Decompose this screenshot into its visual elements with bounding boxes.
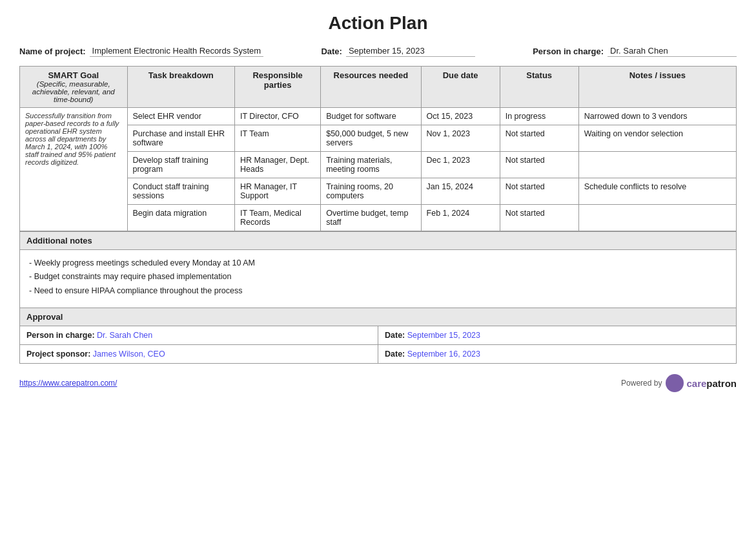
status-cell: In progress — [500, 108, 578, 125]
person-value: Dr. Sarah Chen — [608, 45, 737, 57]
approval-row: Project sponsor: James Wilson, CEODate: … — [19, 345, 737, 364]
carepatron-brand: carepatron — [686, 378, 737, 389]
approval-date-cell: Date: September 15, 2023 — [378, 326, 736, 344]
status-cell: Not started — [500, 205, 578, 231]
approval-person-cell: Person in charge: Dr. Sarah Chen — [20, 326, 378, 344]
header-resources-needed: Resources needed — [321, 67, 421, 108]
powered-by: Powered by carepatron — [621, 374, 737, 392]
approval-date-label: Date: — [385, 350, 405, 359]
task-cell: Conduct staff training sessions — [127, 178, 235, 205]
approval-person-value: James Wilson, CEO — [93, 350, 165, 359]
approval-date-value: September 15, 2023 — [407, 331, 480, 340]
header-task-breakdown: Task breakdown — [127, 67, 235, 108]
resources-cell: Overtime budget, temp staff — [321, 205, 421, 231]
project-value: Implement Electronic Health Records Syst… — [90, 45, 264, 57]
task-cell: Begin data migration — [127, 205, 235, 231]
brand-prefix: care — [686, 378, 706, 389]
notes-cell: Narrowed down to 3 vendors — [578, 108, 736, 125]
table-row: Begin data migrationIT Team, Medical Rec… — [20, 205, 737, 231]
task-cell: Purchase and install EHR software — [127, 125, 235, 152]
status-cell: Not started — [500, 178, 578, 205]
carepatron-icon — [666, 374, 684, 392]
header-notes-issues: Notes / issues — [578, 67, 736, 108]
additional-notes-header: Additional notes — [19, 231, 737, 250]
meta-row: Name of project: Implement Electronic He… — [19, 45, 737, 57]
responsible-cell: HR Manager, IT Support — [235, 178, 321, 205]
header-responsible-parties: Responsible parties — [235, 67, 321, 108]
responsible-cell: IT Team, Medical Records — [235, 205, 321, 231]
approval-person-label: Project sponsor: — [26, 350, 90, 359]
powered-by-text: Powered by — [621, 379, 662, 388]
approval-section: Person in charge: Dr. Sarah ChenDate: Se… — [19, 326, 737, 364]
carepatron-link[interactable]: https://www.carepatron.com/ — [19, 379, 117, 388]
notes-cell: Schedule conflicts to resolve — [578, 178, 736, 205]
footer: https://www.carepatron.com/ Powered by c… — [19, 374, 737, 392]
date-value: September 15, 2023 — [346, 45, 475, 57]
resources-cell: Training rooms, 20 computers — [321, 178, 421, 205]
responsible-cell: IT Director, CFO — [235, 108, 321, 125]
task-cell: Develop staff training program — [127, 152, 235, 178]
carepatron-logo: carepatron — [666, 374, 737, 392]
approval-person-cell: Project sponsor: James Wilson, CEO — [20, 345, 378, 363]
header-due-date: Due date — [421, 67, 500, 108]
task-cell: Select EHR vendor — [127, 108, 235, 125]
due-date-cell: Oct 15, 2023 — [421, 108, 500, 125]
additional-note-line: - Budget constraints may require phased … — [29, 270, 727, 284]
date-label: Date: — [321, 47, 342, 56]
notes-cell — [578, 152, 736, 178]
resources-cell: Budget for software — [321, 108, 421, 125]
approval-row: Person in charge: Dr. Sarah ChenDate: Se… — [19, 326, 737, 345]
additional-notes-body: - Weekly progress meetings scheduled eve… — [19, 250, 737, 308]
header-smart-goal: SMART Goal (Specific, measurable, achiev… — [20, 67, 128, 108]
project-label: Name of project: — [19, 47, 86, 56]
approval-date-label: Date: — [385, 331, 405, 340]
approval-person-value: Dr. Sarah Chen — [97, 331, 152, 340]
status-cell: Not started — [500, 152, 578, 178]
table-row: Conduct staff training sessionsHR Manage… — [20, 178, 737, 205]
due-date-cell: Dec 1, 2023 — [421, 152, 500, 178]
table-row: Purchase and install EHR softwareIT Team… — [20, 125, 737, 152]
page-title: Action Plan — [19, 13, 737, 34]
approval-date-cell: Date: September 16, 2023 — [378, 345, 736, 363]
approval-date-value: September 16, 2023 — [407, 350, 480, 359]
approval-header: Approval — [19, 308, 737, 326]
notes-cell — [578, 205, 736, 231]
smart-goal-cell: Successfully transition from paper-based… — [20, 108, 128, 231]
due-date-cell: Feb 1, 2024 — [421, 205, 500, 231]
additional-note-line: - Need to ensure HIPAA compliance throug… — [29, 284, 727, 298]
notes-cell: Waiting on vendor selection — [578, 125, 736, 152]
approval-person-label: Person in charge: — [26, 331, 95, 340]
status-cell: Not started — [500, 125, 578, 152]
person-label: Person in charge: — [533, 47, 604, 56]
additional-note-line: - Weekly progress meetings scheduled eve… — [29, 256, 727, 270]
due-date-cell: Jan 15, 2024 — [421, 178, 500, 205]
responsible-cell: HR Manager, Dept. Heads — [235, 152, 321, 178]
header-status: Status — [500, 67, 578, 108]
resources-cell: Training materials, meeting rooms — [321, 152, 421, 178]
table-row: Successfully transition from paper-based… — [20, 108, 737, 125]
resources-cell: $50,000 budget, 5 new servers — [321, 125, 421, 152]
responsible-cell: IT Team — [235, 125, 321, 152]
table-row: Develop staff training programHR Manager… — [20, 152, 737, 178]
action-plan-table: SMART Goal (Specific, measurable, achiev… — [19, 66, 737, 231]
due-date-cell: Nov 1, 2023 — [421, 125, 500, 152]
